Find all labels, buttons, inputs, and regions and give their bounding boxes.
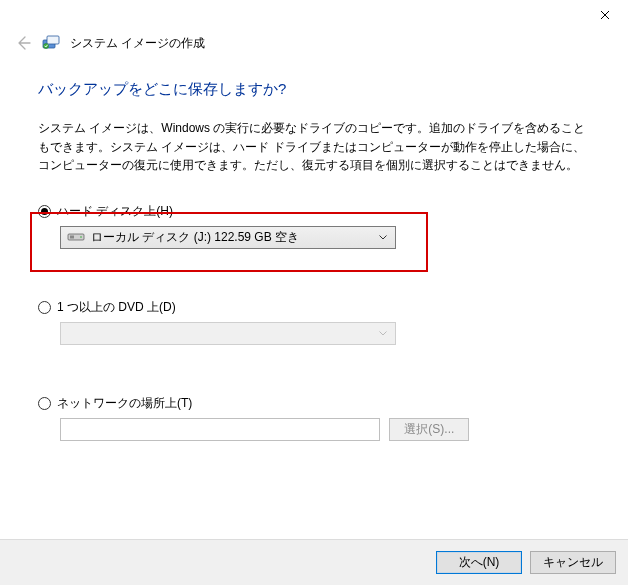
drive-combobox[interactable]: ローカル ディスク (J:) 122.59 GB 空き [60,226,396,249]
close-button[interactable] [582,0,628,30]
option-dvd: 1 つ以上の DVD 上(D) [38,299,590,345]
dvd-combobox [60,322,396,345]
option-hard-disk: ハード ディスク上(H) ローカル ディスク (J:) 122.59 GB 空き [38,203,590,249]
titlebar [0,0,628,32]
radio-dvd-label: 1 つ以上の DVD 上(D) [57,299,176,316]
content-area: バックアップをどこに保存しますか? システム イメージは、Windows の実行… [0,60,628,441]
drive-icon [67,232,85,242]
page-heading: バックアップをどこに保存しますか? [38,80,590,99]
app-icon [42,34,60,52]
chevron-down-icon [375,331,391,336]
radio-network-row[interactable]: ネットワークの場所上(T) [38,395,590,412]
radio-dvd-row[interactable]: 1 つ以上の DVD 上(D) [38,299,590,316]
radio-dvd[interactable] [38,301,51,314]
svg-rect-4 [70,236,74,239]
header-bar: システム イメージの作成 [0,32,628,60]
browse-button: 選択(S)... [389,418,469,441]
option-network: ネットワークの場所上(T) 選択(S)... [38,395,590,441]
back-button[interactable] [14,34,32,52]
drive-combobox-text: ローカル ディスク (J:) 122.59 GB 空き [91,229,369,246]
app-title: システム イメージの作成 [70,35,205,52]
svg-rect-1 [47,36,59,44]
svg-point-2 [44,44,49,49]
radio-network-label: ネットワークの場所上(T) [57,395,192,412]
page-description: システム イメージは、Windows の実行に必要なドライブのコピーです。追加の… [38,119,590,175]
radio-hard-disk[interactable] [38,205,51,218]
wizard-window: システム イメージの作成 バックアップをどこに保存しますか? システム イメージ… [0,0,628,585]
svg-point-5 [80,236,82,238]
radio-hard-disk-row[interactable]: ハード ディスク上(H) [38,203,590,220]
footer: 次へ(N) キャンセル [0,539,628,585]
radio-network[interactable] [38,397,51,410]
cancel-button[interactable]: キャンセル [530,551,616,574]
network-path-input[interactable] [60,418,380,441]
close-icon [600,10,610,20]
radio-hard-disk-label: ハード ディスク上(H) [57,203,173,220]
back-arrow-icon [15,35,31,51]
chevron-down-icon [375,235,391,240]
next-button[interactable]: 次へ(N) [436,551,522,574]
